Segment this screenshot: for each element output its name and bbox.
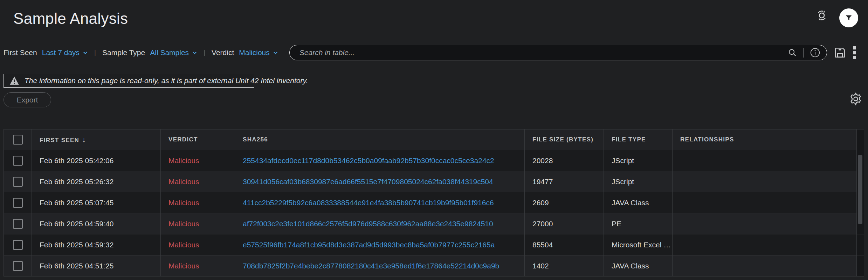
sha256-cell: af72f003c2e3fe101d866c2576f5d976d9588c63… (235, 213, 525, 234)
column-header-file-size[interactable]: FILE SIZE (BYTES) (525, 129, 604, 150)
filter-verdict-dropdown[interactable]: Malicious (239, 48, 278, 57)
row-select-cell (4, 213, 32, 234)
sha256-link[interactable]: e57525f96fb174a8f1cb95d8d3e387ad9d5d993b… (243, 241, 495, 249)
row-checkbox[interactable] (13, 261, 23, 271)
sha256-cell: 30941d056caf03b6830987e6ad66f5515e7f4709… (235, 171, 525, 192)
chevron-down-icon (273, 50, 278, 55)
filter-label: Sample Type (102, 48, 145, 57)
row-checkbox[interactable] (13, 240, 23, 250)
filter-bar: First Seen Last 7 days | Sample Type All… (0, 37, 868, 68)
file-type-cell: PE (604, 213, 673, 234)
relationships-cell (673, 213, 857, 234)
filter-verdict: Verdict Malicious (212, 48, 278, 57)
column-header-relationships[interactable]: RELATIONSHIPS (673, 129, 857, 150)
row-checkbox[interactable] (13, 177, 23, 187)
file-size-cell: 27000 (525, 213, 604, 234)
scrollbar-track-cell (857, 255, 864, 276)
user-avatar[interactable] (839, 8, 858, 27)
first-seen-cell: Feb 6th 2025 05:26:32 (32, 171, 161, 192)
sha256-link[interactable]: af72f003c2e3fe101d866c2576f5d976d9588c63… (243, 220, 493, 228)
table-row: Feb 6th 2025 05:42:06 Malicious 255434af… (4, 150, 864, 171)
search-input[interactable] (299, 48, 781, 57)
filter-sample-type-dropdown[interactable]: All Samples (150, 48, 197, 57)
table-row: Feb 6th 2025 04:59:32 Malicious e57525f9… (4, 234, 864, 255)
row-checkbox[interactable] (13, 219, 23, 229)
row-checkbox[interactable] (13, 156, 23, 166)
sha256-cell: 411cc2b5229f5b92c6a0833388544e91e4fa38b5… (235, 192, 525, 213)
table-header-row: FIRST SEEN↓ VERDICT SHA256 FILE SIZE (BY… (4, 129, 864, 150)
column-header-sha256[interactable]: SHA256 (235, 129, 525, 150)
relationships-cell (673, 234, 857, 255)
file-type-cell: JAVA Class (604, 255, 673, 276)
row-checkbox[interactable] (13, 198, 23, 208)
first-seen-cell: Feb 6th 2025 04:51:25 (32, 255, 161, 276)
chevron-down-icon (83, 50, 88, 55)
table-search (289, 45, 827, 60)
file-size-cell: 85504 (525, 234, 604, 255)
scrollbar-header-cell (857, 129, 864, 150)
select-all-cell (4, 129, 32, 150)
row-select-cell (4, 234, 32, 255)
first-seen-cell: Feb 6th 2025 05:07:45 (32, 192, 161, 213)
auto-refresh-icon[interactable] (815, 8, 829, 22)
more-options-icon[interactable] (853, 46, 856, 59)
select-all-checkbox[interactable] (13, 135, 23, 145)
column-header-file-type[interactable]: FILE TYPE (604, 129, 673, 150)
filter-separator: | (94, 49, 96, 56)
table-settings-gear-icon[interactable] (848, 92, 863, 106)
page-title: Sample Analysis (13, 10, 128, 27)
table-row: Feb 6th 2025 04:59:40 Malicious af72f003… (4, 213, 864, 234)
relationships-cell (673, 192, 857, 213)
file-size-cell: 20028 (525, 150, 604, 171)
filter-sample-type: Sample Type All Samples (102, 48, 197, 57)
file-type-cell: JAVA Class (604, 192, 673, 213)
relationships-cell (673, 255, 857, 276)
table-row: Feb 6th 2025 04:51:25 Malicious 708db782… (4, 255, 864, 276)
table-row: Feb 6th 2025 05:26:32 Malicious 30941d05… (4, 171, 864, 192)
verdict-cell: Malicious (161, 255, 235, 276)
file-type-cell: JScript (604, 171, 673, 192)
file-type-cell: JScript (604, 150, 673, 171)
first-seen-cell: Feb 6th 2025 05:42:06 (32, 150, 161, 171)
sha256-link[interactable]: 411cc2b5229f5b92c6a0833388544e91e4fa38b5… (243, 199, 494, 207)
sha256-link[interactable]: 30941d056caf03b6830987e6ad66f5515e7f4709… (243, 178, 493, 186)
column-header-verdict[interactable]: VERDICT (161, 129, 235, 150)
sha256-cell: 708db7825f2b7e4bebe2c8778082180c41e3e958… (235, 255, 525, 276)
first-seen-cell: Feb 6th 2025 04:59:32 (32, 234, 161, 255)
search-icon[interactable] (787, 47, 798, 58)
sha256-cell: e57525f96fb174a8f1cb95d8d3e387ad9d5d993b… (235, 234, 525, 255)
verdict-cell: Malicious (161, 234, 235, 255)
column-header-first-seen[interactable]: FIRST SEEN↓ (32, 129, 161, 150)
sha256-link[interactable]: 255434afdecd0ec117d8d0b53462c5b0a09faab9… (243, 156, 494, 165)
row-select-cell (4, 150, 32, 171)
title-bar: Sample Analysis (0, 0, 868, 37)
chevron-down-icon (192, 50, 197, 55)
export-button[interactable]: Export (4, 92, 51, 107)
file-size-cell: 1402 (525, 255, 604, 276)
first-seen-cell: Feb 6th 2025 04:59:40 (32, 213, 161, 234)
sample-analysis-page: Sample Analysis First Seen (0, 0, 868, 280)
banner-text: The information on this page is read-onl… (25, 76, 308, 85)
relationships-cell (673, 150, 857, 171)
sort-descending-icon: ↓ (82, 136, 85, 144)
info-icon[interactable] (809, 47, 821, 59)
warning-icon (9, 76, 19, 85)
save-view-icon[interactable] (833, 46, 847, 59)
filter-separator: | (204, 49, 205, 56)
row-select-cell (4, 192, 32, 213)
row-select-cell (4, 171, 32, 192)
filter-funnel-icon (845, 14, 853, 22)
divider (803, 48, 804, 58)
file-size-cell: 2609 (525, 192, 604, 213)
filter-first-seen-dropdown[interactable]: Last 7 days (42, 48, 88, 57)
vertical-scrollbar-thumb[interactable] (858, 155, 862, 224)
file-size-cell: 19477 (525, 171, 604, 192)
sha256-link[interactable]: 708db7825f2b7e4bebe2c8778082180c41e3e958… (243, 262, 499, 270)
scrollbar-track-cell (857, 234, 864, 255)
verdict-cell: Malicious (161, 150, 235, 171)
relationships-cell (673, 171, 857, 192)
readonly-banner: The information on this page is read-onl… (4, 74, 254, 88)
filter-label: First Seen (4, 48, 37, 57)
filter-label: Verdict (212, 48, 234, 57)
row-select-cell (4, 255, 32, 276)
